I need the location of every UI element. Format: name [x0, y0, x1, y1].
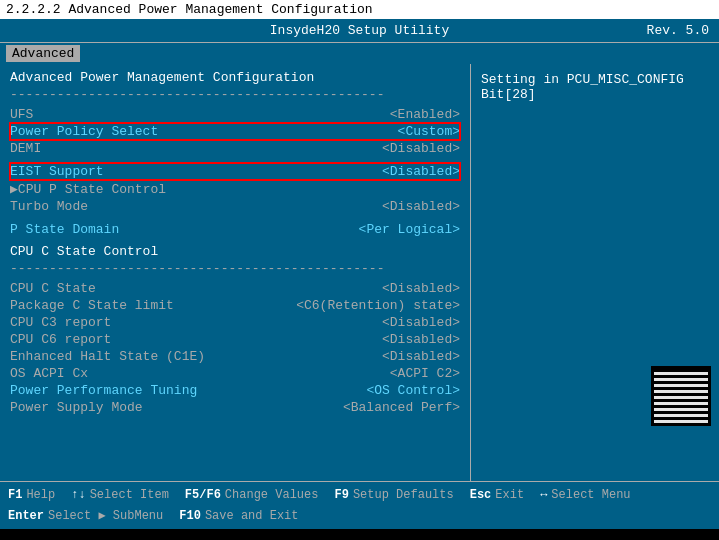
key-lr-arrows: ↔: [540, 488, 547, 502]
row-power-policy[interactable]: Power Policy Select <Custom>: [10, 123, 460, 140]
desc-enter-select: Select ▶ SubMenu: [48, 508, 163, 523]
value-turbo: <Disabled>: [382, 199, 460, 214]
label-demi: DEMI: [10, 141, 41, 156]
value-power-supply: <Balanced Perf>: [343, 400, 460, 415]
bottom-enter-select: Enter Select ▶ SubMenu: [8, 508, 163, 523]
bottom-save-exit: F10 Save and Exit: [179, 509, 298, 523]
row-os-acpi: OS ACPI Cx <ACPI C2>: [10, 365, 460, 382]
label-power-policy: Power Policy Select: [10, 124, 158, 139]
row-pkg-c-limit: Package C State limit <C6(Retention) sta…: [10, 297, 460, 314]
bottom-select-menu: ↔ Select Menu: [540, 488, 630, 502]
value-p-state-domain: <Per Logical>: [359, 222, 460, 237]
key-arrows: ↑↓: [71, 488, 85, 502]
right-text-2: Bit[28]: [481, 87, 709, 102]
label-cpu-c-state: CPU C State: [10, 281, 96, 296]
value-eist: <Disabled>: [382, 164, 460, 179]
bios-container: InsydeH20 Setup Utility Rev. 5.0 Advance…: [0, 19, 719, 529]
key-f5f6: F5/F6: [185, 488, 221, 502]
row-p-state-domain[interactable]: P State Domain <Per Logical>: [10, 221, 460, 238]
value-os-acpi: <ACPI C2>: [390, 366, 460, 381]
row-cpu-c3: CPU C3 report <Disabled>: [10, 314, 460, 331]
key-f10: F10: [179, 509, 201, 523]
value-enhanced-halt: <Disabled>: [382, 349, 460, 364]
desc-help: Help: [26, 488, 55, 502]
divider-top: ----------------------------------------…: [10, 87, 460, 102]
label-eist: EIST Support: [10, 164, 104, 179]
left-panel: Advanced Power Management Configuration …: [0, 64, 470, 481]
key-enter: Enter: [8, 509, 44, 523]
row-turbo: Turbo Mode <Disabled>: [10, 198, 460, 215]
bottom-setup-defaults: F9 Setup Defaults: [334, 488, 453, 502]
value-power-policy: <Custom>: [398, 124, 460, 139]
menu-bar: Advanced: [0, 43, 719, 64]
key-f9: F9: [334, 488, 348, 502]
bottom-esc: Esc Exit: [470, 488, 524, 502]
qr-code: [651, 366, 711, 426]
label-power-perf: Power Performance Tuning: [10, 383, 197, 398]
menu-tab-advanced[interactable]: Advanced: [6, 45, 80, 62]
row-cpu-c-state: CPU C State <Disabled>: [10, 280, 460, 297]
value-cpu-c6: <Disabled>: [382, 332, 460, 347]
desc-change-values: Change Values: [225, 488, 319, 502]
row-demi: DEMI <Disabled>: [10, 140, 460, 157]
row-cpu-c6: CPU C6 report <Disabled>: [10, 331, 460, 348]
label-os-acpi: OS ACPI Cx: [10, 366, 88, 381]
label-power-supply: Power Supply Mode: [10, 400, 143, 415]
divider-bottom: ----------------------------------------…: [10, 261, 460, 276]
cpu-c-section-title: CPU C State Control: [10, 244, 460, 259]
row-power-supply: Power Supply Mode <Balanced Perf>: [10, 399, 460, 416]
label-ufs: UFS: [10, 107, 33, 122]
bottom-bar: F1 Help ↑↓ Select Item F5/F6 Change Valu…: [0, 481, 719, 529]
value-pkg-c-limit: <C6(Retention) state>: [296, 298, 460, 313]
row-cpu-p[interactable]: ▶CPU P State Control: [10, 180, 460, 198]
qr-code-inner: [654, 369, 708, 423]
label-turbo: Turbo Mode: [10, 199, 88, 214]
value-ufs: <Enabled>: [390, 107, 460, 122]
desc-exit: Exit: [495, 488, 524, 502]
bottom-change-values: F5/F6 Change Values: [185, 488, 319, 502]
value-cpu-c3: <Disabled>: [382, 315, 460, 330]
label-pkg-c-limit: Package C State limit: [10, 298, 174, 313]
label-cpu-c6: CPU C6 report: [10, 332, 111, 347]
label-enhanced-halt: Enhanced Halt State (C1E): [10, 349, 205, 364]
label-cpu-c3: CPU C3 report: [10, 315, 111, 330]
desc-select-menu: Select Menu: [551, 488, 630, 502]
row-eist[interactable]: EIST Support <Disabled>: [10, 163, 460, 180]
key-esc: Esc: [470, 488, 492, 502]
label-cpu-p: ▶CPU P State Control: [10, 181, 166, 197]
desc-save-exit: Save and Exit: [205, 509, 299, 523]
value-cpu-c-state: <Disabled>: [382, 281, 460, 296]
main-content: Advanced Power Management Configuration …: [0, 64, 719, 481]
value-demi: <Disabled>: [382, 141, 460, 156]
header-title: InsydeH20 Setup Utility: [270, 23, 449, 38]
desc-select-item: Select Item: [90, 488, 169, 502]
row-ufs: UFS <Enabled>: [10, 106, 460, 123]
right-panel: Setting in PCU_MISC_CONFIG Bit[28]: [470, 64, 719, 481]
label-p-state-domain: P State Domain: [10, 222, 119, 237]
doc-title: 2.2.2.2 Advanced Power Management Config…: [0, 0, 719, 19]
header-bar: InsydeH20 Setup Utility Rev. 5.0: [0, 19, 719, 43]
desc-setup-defaults: Setup Defaults: [353, 488, 454, 502]
key-f1: F1: [8, 488, 22, 502]
row-enhanced-halt: Enhanced Halt State (C1E) <Disabled>: [10, 348, 460, 365]
right-text-1: Setting in PCU_MISC_CONFIG: [481, 72, 709, 87]
header-rev: Rev. 5.0: [647, 23, 709, 38]
value-power-perf: <OS Control>: [366, 383, 460, 398]
bottom-select-item: ↑↓ Select Item: [71, 488, 169, 502]
section-title: Advanced Power Management Configuration: [10, 70, 460, 85]
bottom-help: F1 Help: [8, 488, 55, 502]
row-power-perf[interactable]: Power Performance Tuning <OS Control>: [10, 382, 460, 399]
